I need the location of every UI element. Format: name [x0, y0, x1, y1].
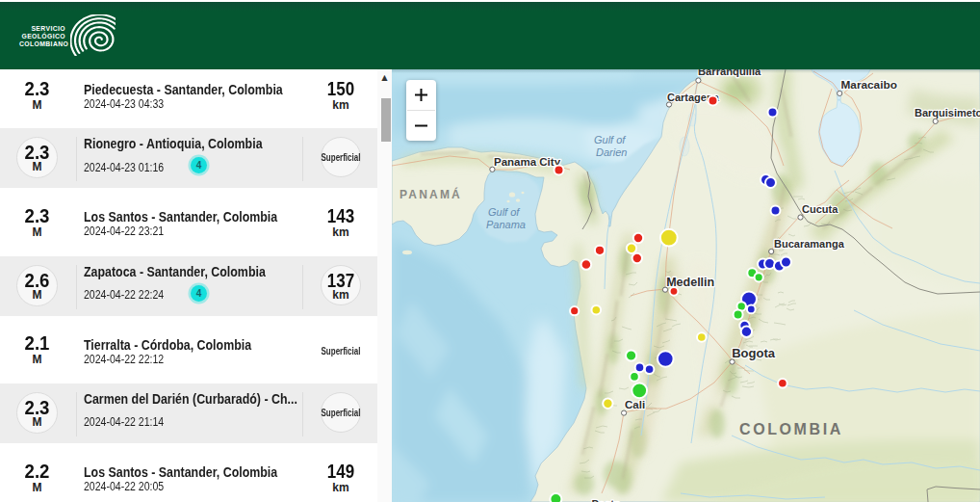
svg-text:Darien: Darien: [596, 146, 627, 158]
svg-text:Barquisimeto: Barquisimeto: [915, 107, 980, 119]
svg-text:Gulf of: Gulf of: [488, 206, 520, 218]
svg-text:Gulf of: Gulf of: [594, 134, 626, 145]
svg-text:Panama City: Panama City: [494, 156, 561, 168]
svg-text:Panama: Panama: [486, 219, 526, 230]
svg-text:Bogota: Bogota: [732, 346, 776, 360]
svg-text:Cucuta: Cucuta: [802, 203, 838, 215]
svg-text:Bucaramanga: Bucaramanga: [774, 238, 845, 250]
svg-text:COLOMBIA: COLOMBIA: [739, 421, 843, 437]
svg-text:PANAMÁ: PANAMÁ: [400, 187, 462, 201]
svg-text:Pasto: Pasto: [592, 498, 621, 502]
svg-text:Maracaibo: Maracaibo: [841, 78, 897, 92]
svg-text:Cali: Cali: [625, 399, 645, 410]
